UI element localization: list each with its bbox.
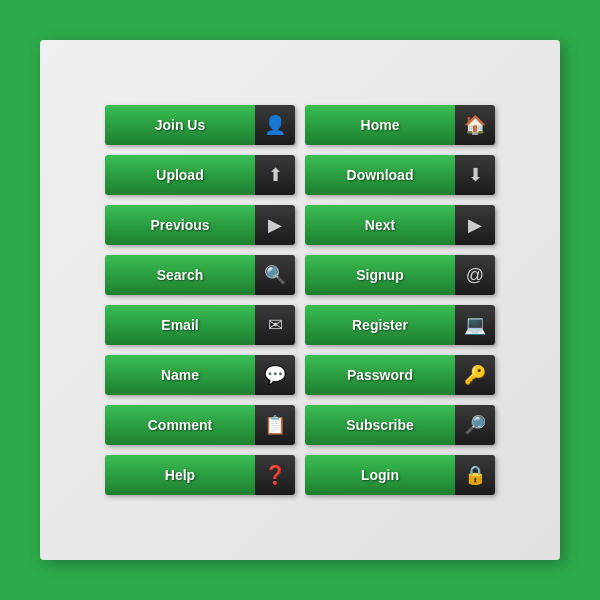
next-label: Next — [305, 205, 455, 245]
previous-icon: ▶ — [255, 205, 295, 245]
signup-icon: @ — [455, 255, 495, 295]
email-label: Email — [105, 305, 255, 345]
join-us-icon: 👤 — [255, 105, 295, 145]
login-icon: 🔒 — [455, 455, 495, 495]
subscribe-icon: 🔎 — [455, 405, 495, 445]
join-us-button[interactable]: Join Us👤 — [105, 105, 295, 145]
search-icon: 🔍 — [255, 255, 295, 295]
signup-label: Signup — [305, 255, 455, 295]
upload-label: Upload — [105, 155, 255, 195]
name-icon: 💬 — [255, 355, 295, 395]
register-button[interactable]: Register💻 — [305, 305, 495, 345]
search-button[interactable]: Search🔍 — [105, 255, 295, 295]
comment-label: Comment — [105, 405, 255, 445]
join-us-label: Join Us — [105, 105, 255, 145]
home-button[interactable]: Home🏠 — [305, 105, 495, 145]
upload-icon: ⬆ — [255, 155, 295, 195]
previous-button[interactable]: Previous▶ — [105, 205, 295, 245]
download-button[interactable]: Download⬇ — [305, 155, 495, 195]
signup-button[interactable]: Signup@ — [305, 255, 495, 295]
login-button[interactable]: Login🔒 — [305, 455, 495, 495]
download-label: Download — [305, 155, 455, 195]
name-label: Name — [105, 355, 255, 395]
email-button[interactable]: Email✉ — [105, 305, 295, 345]
upload-button[interactable]: Upload⬆ — [105, 155, 295, 195]
register-label: Register — [305, 305, 455, 345]
previous-label: Previous — [105, 205, 255, 245]
next-button[interactable]: Next▶ — [305, 205, 495, 245]
home-icon: 🏠 — [455, 105, 495, 145]
search-label: Search — [105, 255, 255, 295]
password-label: Password — [305, 355, 455, 395]
subscribe-button[interactable]: Subscribe🔎 — [305, 405, 495, 445]
next-icon: ▶ — [455, 205, 495, 245]
password-icon: 🔑 — [455, 355, 495, 395]
help-icon: ❓ — [255, 455, 295, 495]
comment-button[interactable]: Comment📋 — [105, 405, 295, 445]
help-button[interactable]: Help❓ — [105, 455, 295, 495]
button-grid: Join Us👤Home🏠Upload⬆Download⬇Previous▶Ne… — [85, 85, 515, 515]
password-button[interactable]: Password🔑 — [305, 355, 495, 395]
email-icon: ✉ — [255, 305, 295, 345]
home-label: Home — [305, 105, 455, 145]
register-icon: 💻 — [455, 305, 495, 345]
login-label: Login — [305, 455, 455, 495]
comment-icon: 📋 — [255, 405, 295, 445]
subscribe-label: Subscribe — [305, 405, 455, 445]
help-label: Help — [105, 455, 255, 495]
download-icon: ⬇ — [455, 155, 495, 195]
name-button[interactable]: Name💬 — [105, 355, 295, 395]
outer-frame: Join Us👤Home🏠Upload⬆Download⬇Previous▶Ne… — [40, 40, 560, 560]
